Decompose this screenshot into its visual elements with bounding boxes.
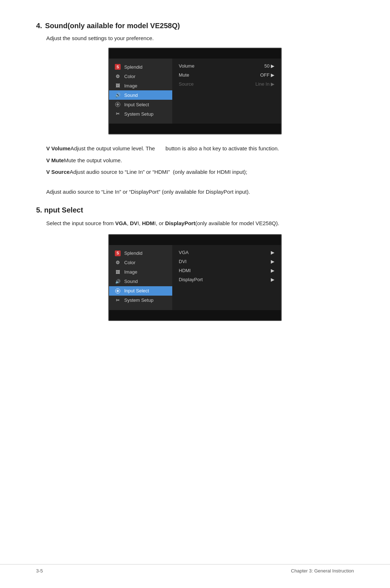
- section4-bullets: V VolumeAdjust the output volume level. …: [46, 145, 354, 176]
- vga-label: VGA: [179, 250, 188, 255]
- menu2-label-input: Input Select: [124, 288, 149, 293]
- input-icon: ⊕: [114, 102, 121, 107]
- dvi-value: ▶: [271, 259, 274, 264]
- vga-value: ▶: [271, 250, 274, 255]
- sound-icon2: 🔊: [114, 279, 121, 284]
- bullet-mute-text: MuteMute the output volume.: [51, 156, 122, 165]
- page-content: 4.Sound(only aailable for model VE258Q) …: [0, 0, 390, 360]
- menu2-label-sound: Sound: [124, 279, 138, 284]
- osd-box-sound: S Splendid ⚙ Color 🖼 Image �: [108, 48, 282, 134]
- osd-menu-input[interactable]: ⊕ Input Select: [109, 100, 172, 109]
- bullet-source: V SourceAdjust audio source to “Line In”…: [46, 168, 354, 176]
- osd2-item-displayport: DisplayPort ▶: [179, 276, 274, 283]
- footer-right: Chapter 3: General Instruction: [291, 568, 354, 574]
- osd-left-menu: S Splendid ⚙ Color 🖼 Image �: [109, 59, 172, 124]
- osd2-item-hdmi: HDMI ▶: [179, 267, 274, 274]
- osd2-menu-sound[interactable]: 🔊 Sound: [109, 277, 172, 286]
- osd2-menu-system[interactable]: ✂ System Setup: [109, 296, 172, 305]
- system-icon: ✂: [114, 111, 121, 117]
- page-footer: 3-5 Chapter 3: General Instruction: [0, 564, 390, 574]
- bullet-mute: V MuteMute the output volume.: [46, 156, 354, 165]
- color-icon2: ⚙: [114, 260, 121, 266]
- osd-item-mute: Mute OFF ▶: [179, 71, 274, 79]
- osd-top-bar2: [109, 235, 281, 245]
- osd2-item-dvi: DVI ▶: [179, 258, 274, 265]
- splendid-icon2: S: [114, 250, 121, 256]
- osd-menu-image[interactable]: 🖼 Image: [109, 81, 172, 90]
- menu-label-system: System Setup: [124, 111, 153, 117]
- splendid-icon: S: [114, 64, 121, 70]
- osd2-menu-input[interactable]: ⊕ Input Select: [109, 286, 172, 296]
- osd-menu-color[interactable]: ⚙ Color: [109, 72, 172, 81]
- section4-number: 4.: [36, 22, 42, 30]
- volume-label: Volume: [179, 63, 194, 69]
- source-label: Source: [179, 81, 194, 87]
- hdmi-value: ▶: [271, 268, 274, 273]
- section5-intro: Select the input source from VGA, DVI, H…: [46, 219, 354, 228]
- menu-label-splendid: Splendid: [124, 64, 143, 70]
- osd-item-volume: Volume 50 ▶: [179, 62, 274, 70]
- section4-title: Sound(only aailable for model VE258Q): [45, 22, 180, 30]
- color-icon: ⚙: [114, 73, 121, 79]
- osd-item-source: Source Line In ▶: [179, 80, 274, 88]
- sound-icon: 🔊: [114, 92, 121, 98]
- bullet-volume-text: VolumeAdjust the output volume level. Th…: [51, 145, 279, 153]
- osd-menu-system[interactable]: ✂ System Setup: [109, 109, 172, 119]
- section5: 5. nput Select Select the input source f…: [36, 206, 354, 321]
- osd-body: S Splendid ⚙ Color 🖼 Image �: [109, 59, 281, 124]
- section5-title: nput Select: [44, 206, 83, 214]
- menu-label-input: Input Select: [124, 102, 149, 107]
- hdmi-label: HDMI: [179, 268, 191, 273]
- displayport-label: DisplayPort: [179, 277, 203, 282]
- section5-number: 5.: [36, 206, 44, 214]
- footer-left: 3-5: [36, 568, 43, 574]
- volume-value: 50 ▶: [264, 63, 274, 69]
- osd-box-input: S Splendid ⚙ Color 🖼 Image �: [108, 234, 282, 321]
- mute-value: OFF ▶: [260, 72, 274, 78]
- bullet-marker-v2: V: [46, 156, 50, 165]
- image-icon2: 🖼: [114, 269, 121, 275]
- section4: 4.Sound(only aailable for model VE258Q) …: [36, 22, 354, 196]
- displayport-value: ▶: [271, 277, 274, 282]
- osd-right-panel2: VGA ▶ DVI ▶ HDMI ▶ DisplayPort ▶: [172, 245, 281, 310]
- bullet-source-text: SourceAdjust audio source to “Line In” o…: [51, 168, 247, 176]
- menu2-label-image: Image: [124, 269, 137, 275]
- osd2-menu-splendid[interactable]: S Splendid: [109, 249, 172, 258]
- osd-bottom-bar2: [109, 310, 281, 320]
- section4-intro: Adjust the sound settings to your prefer…: [46, 35, 354, 41]
- menu2-label-system: System Setup: [124, 297, 153, 303]
- osd-right-panel: Volume 50 ▶ Mute OFF ▶ Source Line In ▶: [172, 59, 281, 124]
- section4-heading: 4.Sound(only aailable for model VE258Q): [36, 22, 354, 30]
- osd2-item-vga: VGA ▶: [179, 249, 274, 256]
- image-icon: 🖼: [114, 83, 121, 89]
- bullet-marker-v1: V: [46, 145, 50, 153]
- section5-heading: 5. nput Select: [36, 206, 354, 214]
- dvi-label: DVI: [179, 259, 187, 264]
- system-icon2: ✂: [114, 297, 121, 303]
- menu2-label-color: Color: [124, 260, 135, 265]
- menu-label-color: Color: [124, 74, 135, 79]
- bullet-volume: V VolumeAdjust the output volume level. …: [46, 145, 354, 153]
- osd-bottom-bar: [109, 124, 281, 134]
- osd2-menu-color[interactable]: ⚙ Color: [109, 258, 172, 267]
- osd2-menu-image[interactable]: 🖼 Image: [109, 267, 172, 277]
- osd-menu-sound[interactable]: 🔊 Sound: [109, 90, 172, 100]
- menu-label-sound: Sound: [124, 93, 138, 98]
- menu-label-image: Image: [124, 83, 137, 89]
- source-value: Line In ▶: [255, 81, 274, 87]
- bullet-marker-v3: V: [46, 168, 50, 176]
- osd-top-bar: [109, 48, 281, 59]
- menu2-label-splendid: Splendid: [124, 250, 143, 256]
- input-icon2: ⊕: [114, 288, 121, 294]
- osd-left-menu2: S Splendid ⚙ Color 🖼 Image �: [109, 245, 172, 310]
- osd-menu-splendid[interactable]: S Splendid: [109, 62, 172, 72]
- osd-body2: S Splendid ⚙ Color 🖼 Image �: [109, 245, 281, 310]
- mute-label: Mute: [179, 72, 189, 78]
- extra-text-displayport: Adjust audio source to “Line In” or “Dis…: [46, 188, 354, 196]
